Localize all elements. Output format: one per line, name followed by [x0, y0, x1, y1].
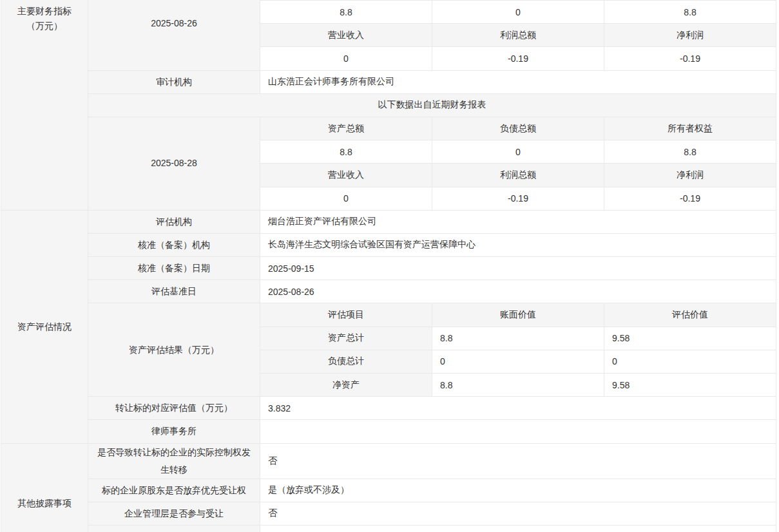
table-row: 核准（备案）日期 2025-09-15 [1, 257, 776, 280]
waive-preemptive-right-label: 标的企业原股东是否放弃优先受让权 [88, 479, 260, 502]
table-row: 2025-08-28 资产总额 负债总额 所有者权益 [1, 117, 776, 140]
recent-statements-note: 以下数据出自近期财务报表 [88, 93, 776, 117]
evaluation-agency-value: 烟台浩正资产评估有限公司 [260, 210, 776, 233]
period-2-net-profit: -0.19 [604, 187, 776, 210]
table-row: 核准（备案）机构 长岛海洋生态文明综合试验区国有资产运营保障中心 [1, 233, 776, 256]
approval-agency-value: 长岛海洋生态文明综合试验区国有资产运营保障中心 [260, 233, 776, 256]
evaluation-agency-label: 评估机构 [88, 210, 260, 233]
total-liabilities-book-value: 0 [432, 350, 604, 373]
evaluation-base-date-value: 2025-08-26 [260, 280, 776, 303]
table-row: 其他披露事项 是否导致转让标的企业的实际控制权发生转移 否 [1, 443, 776, 479]
table-row [1, 525, 776, 532]
section-label-financial-indicators: 主要财务指标 （万元） [1, 0, 88, 210]
total-assets-assessed-value: 9.58 [604, 327, 776, 350]
period-1-operating-revenue: 0 [260, 47, 432, 70]
header-total-assets: 资产总额 [260, 117, 432, 140]
period-2-date: 2025-08-28 [88, 117, 260, 210]
evaluation-base-date-label: 评估基准日 [88, 280, 260, 303]
table-row: 转让标的对应评估值（万元） 3.832 [1, 397, 776, 420]
law-firm-label: 律师事务所 [88, 420, 260, 443]
header-operating-revenue: 营业收入 [260, 24, 432, 47]
period-2-total-liabilities: 0 [432, 140, 604, 164]
period-2-owners-equity: 8.8 [604, 140, 776, 164]
period-1-owners-equity: 8.8 [604, 1, 776, 24]
cutoff-row-label [88, 525, 260, 532]
control-transfer-value: 否 [260, 443, 776, 479]
header-operating-revenue: 营业收入 [260, 164, 432, 187]
net-assets-book-value: 8.8 [432, 374, 604, 397]
period-2-total-assets: 8.8 [260, 140, 432, 164]
table-row: 律师事务所 [1, 420, 776, 443]
header-total-liabilities: 负债总额 [432, 117, 604, 140]
cutoff-row-value [260, 525, 776, 532]
table-row: 资产评估情况 评估机构 烟台浩正资产评估有限公司 [1, 210, 776, 233]
period-1-total-profit: -0.19 [432, 47, 604, 70]
item-total-assets: 资产总计 [260, 327, 432, 350]
management-participation-label: 企业管理层是否参与受让 [88, 502, 260, 525]
header-evaluation-item: 评估项目 [260, 303, 432, 327]
audit-agency-label: 审计机构 [88, 70, 260, 93]
evaluation-result-label: 资产评估结果（万元） [88, 303, 260, 397]
section-label-asset-evaluation: 资产评估情况 [1, 210, 88, 443]
disclosure-table: 主要财务指标 （万元） 2025-08-26 资产总额 负债总额 所有者权益 8… [1, 0, 776, 532]
period-1-total-assets: 8.8 [260, 1, 432, 24]
waive-preemptive-right-value: 是（放弃或不涉及） [260, 479, 776, 502]
audit-agency-value: 山东浩正会计师事务所有限公司 [260, 70, 776, 93]
period-1-date: 2025-08-26 [88, 0, 260, 70]
period-2-total-profit: -0.19 [432, 187, 604, 210]
approval-agency-label: 核准（备案）机构 [88, 233, 260, 256]
table-row: 评估基准日 2025-08-26 [1, 280, 776, 303]
table-row: 资产评估结果（万元） 评估项目 账面价值 评估价值 [1, 303, 776, 327]
net-assets-assessed-value: 9.58 [604, 374, 776, 397]
transfer-assessed-value-label: 转让标的对应评估值（万元） [88, 397, 260, 420]
header-book-value: 账面价值 [432, 303, 604, 327]
transfer-assessed-value: 3.832 [260, 397, 776, 420]
header-total-profit: 利润总额 [432, 164, 604, 187]
period-1-net-profit: -0.19 [604, 47, 776, 70]
header-net-profit: 净利润 [604, 24, 776, 47]
table-row: 企业管理层是否参与受让 否 [1, 502, 776, 525]
table-row: 以下数据出自近期财务报表 [1, 93, 776, 117]
approval-date-label: 核准（备案）日期 [88, 257, 260, 280]
header-net-profit: 净利润 [604, 164, 776, 187]
approval-date-value: 2025-09-15 [260, 257, 776, 280]
table-row: 审计机构 山东浩正会计师事务所有限公司 [1, 70, 776, 93]
total-assets-book-value: 8.8 [432, 327, 604, 350]
header-total-profit: 利润总额 [432, 24, 604, 47]
period-2-operating-revenue: 0 [260, 187, 432, 210]
table-row: 标的企业原股东是否放弃优先受让权 是（放弃或不涉及） [1, 479, 776, 502]
management-participation-value: 否 [260, 502, 776, 525]
total-liabilities-assessed-value: 0 [604, 350, 776, 373]
section-label-other-disclosures: 其他披露事项 [1, 443, 88, 532]
item-total-liabilities: 负债总计 [260, 350, 432, 373]
law-firm-value [260, 420, 776, 443]
item-net-assets: 净资产 [260, 374, 432, 397]
control-transfer-label: 是否导致转让标的企业的实际控制权发生转移 [88, 443, 260, 479]
header-owners-equity: 所有者权益 [604, 117, 776, 140]
disclosure-page: 主要财务指标 （万元） 2025-08-26 资产总额 负债总额 所有者权益 8… [0, 0, 779, 532]
header-assessed-value: 评估价值 [604, 303, 776, 327]
period-1-total-liabilities: 0 [432, 1, 604, 24]
